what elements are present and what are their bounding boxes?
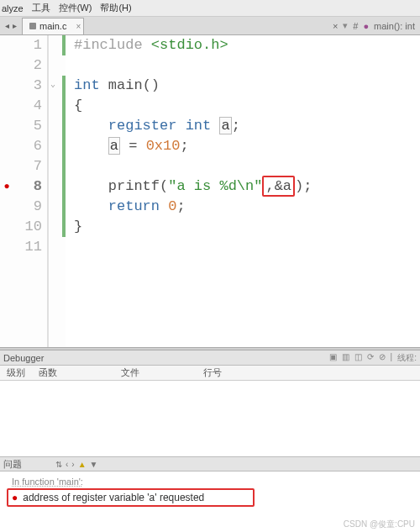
- function-dot-icon: ●: [363, 21, 369, 31]
- breadcrumb: × ▾ # ● main(): int: [333, 20, 420, 31]
- prev-icon[interactable]: ‹: [66, 460, 68, 469]
- code-area[interactable]: #include <stdio.h> int main() { register…: [66, 35, 420, 347]
- debugger-panel-header: Debugger ▣ ▥ ◫ ⟳ ⊘ | 线程:: [0, 350, 420, 366]
- line-number-current: 8: [13, 176, 42, 197]
- menu-item[interactable]: 工具: [32, 2, 50, 14]
- error-gutter: ●: [0, 35, 13, 347]
- debugger-body[interactable]: [0, 381, 420, 456]
- thread-label: 线程:: [397, 352, 417, 364]
- line-number: 3: [13, 76, 42, 96]
- line-number: 1: [13, 35, 42, 55]
- line-number: 4: [13, 96, 42, 116]
- menubar: alyze 工具 控件(W) 帮助(H): [0, 0, 420, 17]
- warning-icon[interactable]: ▲: [78, 460, 87, 469]
- error-icon: ●: [12, 492, 18, 503]
- line-number: 6: [13, 136, 42, 156]
- menu-item[interactable]: 帮助(H): [100, 2, 131, 14]
- menu-item[interactable]: alyze: [2, 3, 24, 13]
- error-highlight: ,&a: [262, 176, 295, 197]
- debugger-title: Debugger: [3, 353, 44, 363]
- filter-funnel-icon[interactable]: ▼: [90, 460, 98, 469]
- line-number: 10: [13, 217, 42, 237]
- fold-gutter: ⌄: [49, 35, 62, 347]
- line-number: 5: [13, 116, 42, 136]
- error-marker-icon[interactable]: ●: [0, 176, 13, 197]
- problem-context: In function 'main':: [12, 477, 415, 487]
- line-number: 9: [13, 197, 42, 217]
- code-editor[interactable]: ● 1 2 3 4 5 6 7 8 9 10 11 ⌄ #include <st…: [0, 35, 420, 347]
- toolbar-icon[interactable]: ⟳: [367, 352, 374, 364]
- debugger-columns: 级别 函数 文件 行号: [0, 366, 420, 381]
- filter-icon[interactable]: ⇅: [55, 460, 62, 469]
- problems-title: 问题: [3, 458, 22, 471]
- watermark: CSDN @俊童:CPU: [344, 519, 415, 530]
- file-tab[interactable]: main.c ×: [22, 18, 84, 34]
- toolbar-icon[interactable]: ▥: [342, 352, 349, 364]
- tab-prev-icon[interactable]: ◂: [5, 21, 9, 30]
- col-file[interactable]: 文件: [114, 366, 146, 379]
- line-number-gutter: 1 2 3 4 5 6 7 8 9 10 11: [13, 35, 49, 347]
- col-line[interactable]: 行号: [197, 366, 228, 379]
- line-number: 11: [13, 237, 42, 257]
- toolbar-icon[interactable]: ▣: [329, 352, 337, 364]
- fold-toggle-icon[interactable]: ⌄: [50, 79, 55, 89]
- problem-message: address of register variable 'a' request…: [23, 492, 204, 503]
- split-icon[interactable]: ×: [333, 21, 338, 31]
- hash-icon: #: [353, 21, 358, 31]
- col-func[interactable]: 函数: [32, 366, 64, 379]
- toolbar-icon[interactable]: ⊘: [379, 352, 386, 364]
- tab-bar: ◂ ▸ main.c × × ▾ # ● main(): int: [0, 17, 420, 35]
- problems-panel-header: 问题 ⇅ ‹ › ▲ ▼: [0, 456, 420, 471]
- col-level[interactable]: 级别: [0, 366, 32, 379]
- dropdown-icon[interactable]: ▾: [343, 20, 348, 31]
- toolbar-icon[interactable]: ◫: [354, 352, 362, 364]
- tab-close-icon[interactable]: ×: [76, 22, 81, 31]
- next-icon[interactable]: ›: [71, 460, 74, 469]
- line-number: 2: [13, 55, 42, 76]
- file-icon: [29, 23, 36, 29]
- tab-filename: main.c: [39, 21, 66, 31]
- function-breadcrumb[interactable]: main(): int: [374, 21, 415, 31]
- line-number: 7: [13, 156, 42, 176]
- problem-item[interactable]: ● address of register variable 'a' reque…: [7, 488, 255, 507]
- tab-next-icon[interactable]: ▸: [13, 21, 17, 30]
- menu-item[interactable]: 控件(W): [59, 2, 92, 14]
- problems-body[interactable]: In function 'main': ● address of registe…: [0, 471, 420, 532]
- toolbar-divider: |: [391, 352, 393, 364]
